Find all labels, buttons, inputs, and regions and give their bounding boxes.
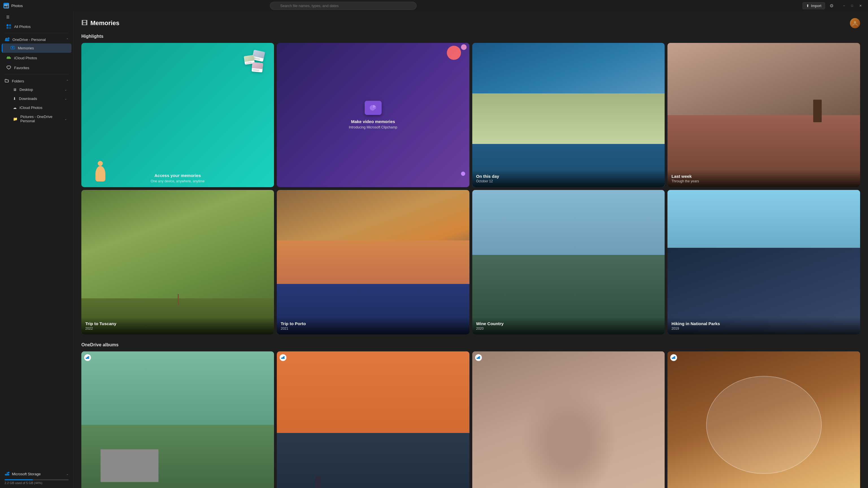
highlights-grid: Access your memories One any device, any… — [81, 43, 860, 334]
all-photos-label: All Photos — [14, 25, 31, 29]
icloud-folder-label: iCloud Photos — [20, 105, 42, 110]
svg-point-9 — [854, 21, 856, 24]
highlight-card-video[interactable]: Make video memories Introducing Microsof… — [277, 43, 469, 187]
cycling-tree1 — [315, 476, 321, 488]
svg-rect-0 — [6, 24, 8, 26]
storage-toggle[interactable]: Microsoft Storage ⌄ — [4, 470, 69, 478]
sidebar-item-desktop[interactable]: 🖥 Desktop ⌄ — [4, 85, 71, 94]
storage-chevron-icon: ⌄ — [66, 472, 69, 476]
album-card-cycling[interactable]: Cycling Trips — [277, 351, 469, 488]
lastweek-subtitle: Through the years — [672, 179, 856, 183]
onedrive-section-left: OneDrive - Personal — [4, 37, 46, 42]
settings-button[interactable]: ⚙ — [827, 2, 836, 9]
onedrive-icon — [4, 37, 10, 42]
storage-label: Microsoft Storage — [12, 472, 41, 476]
wine-sky — [472, 190, 665, 262]
porto-title: Trip to Porto — [281, 321, 465, 326]
svg-rect-1 — [9, 24, 11, 26]
clipchamp-icon — [365, 101, 382, 115]
sidebar-item-memories[interactable]: Memories — [2, 43, 71, 53]
album-card-connemara[interactable]: Camping in Connemara — [81, 351, 274, 488]
minimize-button[interactable]: − — [840, 3, 848, 9]
main-content: 🎞 Memories Highlights — [73, 0, 868, 488]
deco-coral — [447, 46, 461, 60]
storage-usage-text: 2.2 GB used of 5 GB (44%) — [4, 481, 69, 485]
tuscany-tree-trunk — [178, 294, 179, 305]
search-input[interactable] — [270, 2, 416, 10]
video-card-title: Make video memories — [351, 119, 395, 125]
access-card-title: Access your memories — [85, 173, 270, 178]
stone-wall — [100, 449, 158, 482]
folders-label: Folders — [12, 79, 24, 83]
desktop-chevron-icon: ⌄ — [64, 88, 67, 92]
onthisday-overlay: On this day October 12 — [472, 170, 665, 187]
tuscany-title: Trip to Tuscany — [85, 321, 270, 326]
close-button[interactable]: ✕ — [857, 3, 865, 9]
page-header: 🎞 Memories — [81, 18, 860, 28]
svg-rect-7 — [12, 46, 13, 46]
highlight-card-hiking[interactable]: Hiking in National Parks 2019 — [668, 190, 860, 334]
memories-label: Memories — [18, 46, 34, 50]
sidebar-item-icloud-folder[interactable]: ☁ iCloud Photos — [4, 103, 71, 112]
pictures-chevron-icon: ⌄ — [64, 117, 67, 121]
cycling-onedrive-badge — [280, 354, 286, 361]
avatar[interactable] — [850, 18, 860, 28]
person-silhouette — [813, 100, 822, 122]
album-card-food[interactable]: Food Pics — [668, 351, 860, 488]
sidebar-item-icloud[interactable]: iCloud Photos — [2, 53, 71, 63]
import-icon: ⬆ — [806, 4, 809, 8]
svg-rect-13 — [672, 358, 675, 359]
search-area[interactable]: 🔍 — [270, 2, 416, 10]
floating-photo-3 — [251, 62, 263, 72]
maximize-button[interactable]: □ — [848, 3, 856, 9]
deco-pink — [461, 44, 467, 50]
folders-chevron-icon: ⌃ — [66, 79, 69, 83]
album-card-dog[interactable]: Dog Days — [472, 351, 665, 488]
icloud-icon — [6, 55, 11, 60]
highlight-card-onthisday[interactable]: On this day October 12 — [472, 43, 665, 187]
hiking-title: Hiking in National Parks — [672, 321, 856, 326]
onedrive-label: OneDrive - Personal — [12, 37, 46, 42]
titlebar-actions: ⬆ Import ⚙ − □ ✕ — [803, 2, 865, 9]
sidebar-item-pictures[interactable]: 📁 Pictures - OneDrive Personal ⌄ — [4, 112, 71, 125]
cycling-sunset — [277, 351, 469, 442]
folders-icon — [4, 78, 9, 84]
downloads-icon: ⬇ — [13, 97, 16, 101]
highlight-card-wine[interactable]: Wine Country 2020 — [472, 190, 665, 334]
dog-onedrive-badge — [475, 354, 482, 361]
folders-section[interactable]: Folders ⌃ — [0, 76, 73, 85]
wine-overlay: Wine Country 2020 — [472, 317, 665, 334]
connemara-sky — [81, 351, 274, 433]
storage-progress-bar — [4, 479, 69, 480]
hamburger-menu[interactable]: ☰ — [2, 13, 71, 22]
highlight-card-lastweek[interactable]: Last week Through the years — [668, 43, 860, 187]
sidebar-divider-2 — [4, 74, 69, 74]
highlight-card-tuscany[interactable]: Trip to Tuscany 2022 — [81, 190, 274, 334]
tuscany-subtitle: 2022 — [85, 327, 270, 330]
sidebar-resize-handle[interactable] — [73, 11, 74, 488]
access-illustration — [87, 48, 268, 182]
svg-rect-11 — [281, 358, 285, 359]
onedrive-section[interactable]: OneDrive - Personal ⌃ — [0, 35, 73, 43]
app-icon: 📷 — [3, 3, 9, 8]
lastweek-overlay: Last week Through the years — [668, 170, 860, 187]
svg-rect-10 — [86, 358, 89, 359]
page-title: Memories — [90, 20, 120, 27]
sidebar-item-favorites[interactable]: Favorites — [2, 63, 71, 72]
sidebar-item-all-photos[interactable]: All Photos — [2, 22, 71, 31]
highlight-card-porto[interactable]: Trip to Porto 2021 — [277, 190, 469, 334]
window-controls: − □ ✕ — [840, 3, 865, 9]
pictures-icon: 📁 — [13, 117, 18, 121]
connemara-onedrive-badge — [84, 354, 91, 361]
highlight-card-access[interactable]: Access your memories One any device, any… — [81, 43, 274, 187]
plate-circle — [706, 376, 822, 474]
sidebar-item-downloads[interactable]: ⬇ Downloads ⌄ — [4, 94, 71, 103]
import-button[interactable]: ⬆ Import — [803, 2, 825, 9]
favorites-icon — [6, 65, 11, 70]
desktop-icon: 🖥 — [13, 88, 17, 92]
desktop-label: Desktop — [20, 88, 33, 92]
svg-rect-8 — [5, 474, 9, 476]
storage-progress-fill — [4, 479, 33, 480]
svg-point-6 — [12, 47, 13, 48]
access-card-subtitle: One any device, anywhere, anytime — [85, 179, 270, 183]
